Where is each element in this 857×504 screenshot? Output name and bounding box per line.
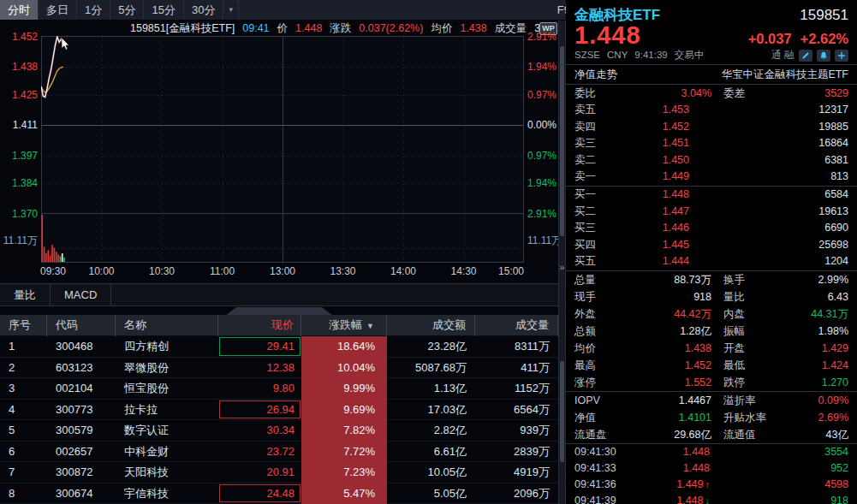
column-header-7[interactable]: 成交量 xyxy=(475,315,558,336)
tab-15min[interactable]: 15分 xyxy=(144,0,183,20)
stat-value: 1.4101 xyxy=(616,409,711,426)
x-axis-time-label: 10:30 xyxy=(149,265,175,277)
table-row[interactable]: 8300674宇信科技24.485.47%5.05亿2096万 xyxy=(0,483,558,504)
table-row[interactable]: 5300579数字认证30.347.82%2.82亿939万 xyxy=(0,420,558,442)
tick-list: 09:41:301.448355409:41:331.44895209:41:3… xyxy=(574,444,848,504)
tick-row: 09:41:331.448952 xyxy=(574,460,848,477)
stat-label: 跌停 xyxy=(711,374,768,391)
edit-icon[interactable] xyxy=(799,50,812,62)
stock-name: 宇信科技 xyxy=(116,483,218,504)
column-header-3[interactable]: 名称 xyxy=(116,315,218,336)
table-row[interactable]: 6002657中科金财23.727.72%6.61亿2839万 xyxy=(0,442,558,463)
table-row[interactable]: 7300872天阳科技20.917.23%10.05亿4919万 xyxy=(0,462,558,483)
stock-name: 数字认证 xyxy=(116,420,218,442)
tab-duori[interactable]: 多日 xyxy=(39,0,77,20)
stat-row: 最高1.452最低1.424 xyxy=(574,357,848,374)
security-code: 159851 xyxy=(800,7,848,24)
tick-row: 09:41:391.448↓918 xyxy=(574,493,848,504)
fund-full-name: 华宝中证金融科技主题ETF xyxy=(721,65,848,84)
column-header-6[interactable]: 成交额 xyxy=(387,315,475,336)
panel-collapse-handle[interactable]: » xyxy=(226,307,332,315)
ask-level-row[interactable]: 卖二1.4506381 xyxy=(574,152,848,169)
bid-volume: 6584 xyxy=(689,187,848,204)
pane-splitter[interactable]: » xyxy=(558,21,566,504)
column-header-4[interactable]: 现价 xyxy=(218,315,301,336)
stat-value: 1.270 xyxy=(768,374,848,391)
tick-row: 09:41:361.449↑4598 xyxy=(574,477,848,493)
row-seq: 5 xyxy=(0,420,47,442)
splitter-collapse-icon[interactable]: » xyxy=(558,261,566,273)
column-header-2[interactable]: 代码 xyxy=(47,315,116,336)
stat-value: 6.43 xyxy=(768,288,848,305)
bid-price: 1.444 xyxy=(612,253,689,270)
currency-label: CNY xyxy=(607,50,628,60)
exchange-label: SZSE xyxy=(574,50,600,60)
chart-time: 09:41 xyxy=(242,22,269,34)
stat-value: 1.438 xyxy=(616,340,711,357)
table-scrollbar-thumb[interactable] xyxy=(560,361,564,462)
table-row[interactable]: 3002104恒宝股份9.809.99%1.13亿1152万 xyxy=(0,378,558,400)
column-header-1[interactable]: 序号 xyxy=(0,315,47,336)
stock-price: 20.91 xyxy=(218,462,301,483)
volume-label: 成交量 xyxy=(495,22,527,34)
stat-label: 振幅 xyxy=(711,323,768,340)
tab-5min[interactable]: 5分 xyxy=(110,0,144,20)
stock-price: 24.48 xyxy=(218,483,301,504)
ask-level-row[interactable]: 卖五1.45312317 xyxy=(574,102,848,119)
y-axis-price-label: 1.411 xyxy=(0,119,38,131)
row-seq: 2 xyxy=(0,358,47,379)
indicator-tab-liangbi[interactable]: 量比 xyxy=(0,284,51,305)
bid-level-row[interactable]: 买二1.44719613 xyxy=(574,204,848,221)
stock-volume: 8311万 xyxy=(475,336,558,358)
tick-volume: 4598 xyxy=(710,477,848,493)
stat-row: 流通盘29.68亿流通值43亿 xyxy=(574,426,848,443)
stat-label: 总额 xyxy=(574,323,616,340)
column-header-5[interactable]: 涨跌幅▼ xyxy=(301,315,387,336)
chart-scrollbar-thumb[interactable] xyxy=(560,46,564,236)
stock-code: 603123 xyxy=(47,358,116,379)
ask-level-label: 卖二 xyxy=(574,152,612,169)
intraday-chart[interactable] xyxy=(41,36,524,263)
chart-header: 159851[金融科技ETF]09:41价1.448涨跌0.037(2.62%)… xyxy=(0,21,558,36)
tick-time: 09:41:33 xyxy=(574,460,631,477)
tab-fenshi[interactable]: 分时 xyxy=(0,0,39,20)
stat-value: 29.68亿 xyxy=(616,426,711,443)
ask-level-row[interactable]: 卖三1.45116864 xyxy=(574,135,848,152)
period-dropdown-caret[interactable]: ▾ xyxy=(223,0,239,20)
table-row[interactable]: 2603123翠微股份12.3810.04%5087.68万411万 xyxy=(0,358,558,379)
ask-level-row[interactable]: 卖一1.449813 xyxy=(574,169,848,186)
x-axis-time-label: 09:30 xyxy=(40,265,66,277)
stat-label: 涨停 xyxy=(574,374,616,391)
tab-1min[interactable]: 1分 xyxy=(77,0,110,20)
stock-change-pct: 9.69% xyxy=(301,400,387,421)
bid-level-row[interactable]: 买五1.4441204 xyxy=(574,253,848,270)
stat-value: 1.429 xyxy=(768,340,848,357)
stock-code: 300773 xyxy=(47,400,116,421)
add-to-watchlist-icon[interactable] xyxy=(835,50,848,62)
stock-amount: 5087.68万 xyxy=(387,358,475,379)
bid-level-row[interactable]: 买三1.4466690 xyxy=(574,220,848,237)
stat-label: 内盘 xyxy=(711,305,768,323)
row-seq: 3 xyxy=(0,378,47,400)
tab-30min[interactable]: 30分 xyxy=(184,0,223,20)
table-row[interactable]: 4300773拉卡拉26.949.69%17.03亿6564万 xyxy=(0,400,558,421)
constituent-rank-table: 序号代码名称现价涨跌幅▼成交额成交量1300468四方精创29.4118.64%… xyxy=(0,315,558,504)
bid-level-label: 买一 xyxy=(574,187,612,204)
stat-value: 1.28亿 xyxy=(616,323,711,340)
table-row[interactable]: 1300468四方精创29.4118.64%23.28亿8311万 xyxy=(0,336,558,358)
ask-price: 1.450 xyxy=(612,152,689,169)
alert-bell-icon[interactable] xyxy=(817,50,830,62)
stock-volume: 411万 xyxy=(475,358,558,379)
tick-volume: 952 xyxy=(710,460,848,477)
indicator-tab-macd[interactable]: MACD xyxy=(51,284,111,305)
stat-label: 流通盘 xyxy=(574,426,616,443)
tick-price: 1.449↑ xyxy=(631,477,710,493)
bid-level-row[interactable]: 买四1.44525698 xyxy=(574,237,848,254)
stat-row: 现手918量比6.43 xyxy=(574,288,848,305)
bid-level-row[interactable]: 买一1.4486584 xyxy=(574,187,848,204)
stat-value: 1.98% xyxy=(768,323,848,340)
tick-price: 1.448 xyxy=(631,444,710,460)
toolbar-spacer xyxy=(239,0,550,20)
ask-level-row[interactable]: 卖四1.45219885 xyxy=(574,119,848,136)
stock-change-pct: 7.72% xyxy=(301,442,387,463)
